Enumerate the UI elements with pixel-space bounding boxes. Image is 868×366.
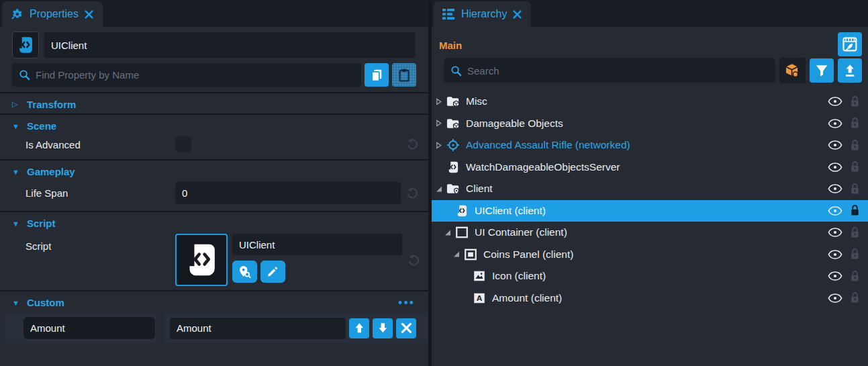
scene-preview-button[interactable] xyxy=(838,32,862,56)
collapse-arrow-icon[interactable] xyxy=(453,250,464,259)
object-name-field[interactable] xyxy=(44,32,415,58)
delete-custom-property-button[interactable] xyxy=(396,318,416,338)
reset-property-icon[interactable] xyxy=(405,187,419,200)
expand-arrow-icon[interactable] xyxy=(436,97,446,105)
scene-section-title: Scene xyxy=(27,120,56,132)
lock-icon[interactable] xyxy=(850,183,860,195)
tree-row[interactable]: Coins Panel (client) xyxy=(432,244,868,266)
close-icon[interactable] xyxy=(85,10,93,19)
lock-icon[interactable] xyxy=(850,291,860,304)
filter-button[interactable] xyxy=(810,58,834,83)
lock-icon[interactable] xyxy=(850,139,860,152)
move-up-button[interactable] xyxy=(349,318,369,338)
tree-node-label: UI Container (client) xyxy=(475,226,567,238)
lock-icon[interactable] xyxy=(850,117,860,130)
tree-node-label: Coins Panel (client) xyxy=(483,248,573,261)
property-search-input[interactable] xyxy=(12,63,361,87)
gameplay-section-header[interactable]: ▼ Gameplay xyxy=(0,161,428,181)
clapperboard-rocket-icon xyxy=(838,32,862,56)
visibility-eye-icon[interactable] xyxy=(828,118,842,129)
copy-icon xyxy=(365,63,389,87)
property-search-row xyxy=(12,63,416,87)
find-script-button[interactable] xyxy=(232,261,257,283)
scene-section-header[interactable]: ▼ Scene xyxy=(0,115,428,135)
tree-row[interactable]: Damageable Objects xyxy=(432,113,868,135)
upload-button[interactable] xyxy=(838,58,862,83)
container-icon xyxy=(455,226,469,239)
lock-icon[interactable] xyxy=(850,248,860,261)
transform-section-header[interactable]: ▷ Transform xyxy=(0,93,428,113)
custom-options-button[interactable]: ••• xyxy=(398,300,418,306)
tree-row[interactable]: WatchDamageableObjectsServer xyxy=(432,156,868,179)
paste-icon xyxy=(392,63,416,87)
visibility-eye-icon[interactable] xyxy=(828,96,842,107)
tab-hierarchy[interactable]: Hierarchy xyxy=(434,1,531,27)
tree-row[interactable]: Client xyxy=(432,178,868,200)
tree-row[interactable]: UI Container (client) xyxy=(432,222,868,244)
hierarchy-tree: MiscDamageable ObjectsAdvanced Assault R… xyxy=(432,91,868,309)
gameplay-section-title: Gameplay xyxy=(27,166,75,177)
custom-section-title: Custom xyxy=(27,297,64,308)
properties-tab-label: Properties xyxy=(30,8,79,20)
tree-node-label: Advanced Assault Rifle (networked) xyxy=(466,139,630,151)
collapse-arrow-icon[interactable] xyxy=(436,185,446,193)
reset-property-icon[interactable] xyxy=(405,138,419,151)
custom-property-value-field[interactable] xyxy=(170,318,346,339)
tree-node-label: Client xyxy=(466,183,493,195)
visibility-eye-icon[interactable] xyxy=(828,183,842,194)
tree-row[interactable]: Misc xyxy=(432,91,868,113)
templates-toggle-button[interactable] xyxy=(779,58,806,83)
lock-icon[interactable] xyxy=(850,270,860,283)
paste-properties-button[interactable] xyxy=(392,63,416,87)
expand-arrow-icon[interactable] xyxy=(436,120,446,128)
visibility-eye-icon[interactable] xyxy=(828,205,842,216)
collapse-arrow-icon[interactable] xyxy=(444,228,455,236)
lock-icon[interactable] xyxy=(850,226,860,239)
move-down-button[interactable] xyxy=(373,318,393,338)
folder-pin-icon xyxy=(446,182,460,195)
cube-icon xyxy=(779,58,806,83)
custom-section-header[interactable]: ▼ Custom ••• xyxy=(0,291,428,312)
is-advanced-checkbox[interactable] xyxy=(175,136,191,152)
filter-funnel-icon xyxy=(810,58,834,83)
collapse-arrow-icon: ▼ xyxy=(12,299,20,307)
tree-row[interactable]: Advanced Assault Rifle (networked) xyxy=(432,134,868,156)
visibility-eye-icon[interactable] xyxy=(828,162,842,173)
tree-row[interactable]: UIClient (client) xyxy=(432,200,868,222)
tree-node-label: Damageable Objects xyxy=(466,118,563,130)
tree-row[interactable]: Icon (client) xyxy=(432,265,868,287)
arrow-down-icon xyxy=(373,318,393,338)
text-icon: A xyxy=(473,291,486,305)
script-name-field[interactable] xyxy=(232,234,402,255)
tree-node-label: Misc xyxy=(466,95,487,107)
pencil-icon xyxy=(260,261,285,283)
visibility-eye-icon[interactable] xyxy=(828,227,842,238)
script-asset-slot[interactable] xyxy=(175,234,228,286)
lock-icon[interactable] xyxy=(850,204,860,217)
copy-properties-button[interactable] xyxy=(365,63,389,87)
visibility-eye-icon[interactable] xyxy=(828,140,842,150)
visibility-eye-icon[interactable] xyxy=(828,293,842,304)
hierarchy-header: Main xyxy=(432,27,868,56)
tab-properties[interactable]: Properties xyxy=(2,1,103,27)
custom-property-row xyxy=(5,313,428,343)
reset-property-icon[interactable] xyxy=(407,254,420,267)
edit-script-button[interactable] xyxy=(260,261,285,283)
visibility-eye-icon[interactable] xyxy=(828,249,842,260)
custom-property-name-field[interactable] xyxy=(23,317,155,339)
hierarchy-search-input[interactable] xyxy=(444,58,775,83)
tree-node-label: UIClient (client) xyxy=(475,205,546,217)
life-span-input[interactable] xyxy=(175,182,401,204)
arrow-up-icon xyxy=(349,318,369,338)
svg-text:A: A xyxy=(477,294,483,302)
lock-icon[interactable] xyxy=(850,161,860,173)
tree-row[interactable]: AAmount (client) xyxy=(432,287,868,310)
visibility-eye-icon[interactable] xyxy=(828,271,842,281)
script-section-header[interactable]: ▼ Script xyxy=(0,212,428,232)
lock-icon[interactable] xyxy=(850,95,860,108)
section-custom: ▼ Custom ••• xyxy=(0,290,428,366)
hierarchy-list-icon xyxy=(442,7,455,21)
expand-arrow-icon[interactable] xyxy=(436,141,446,149)
locate-search-icon xyxy=(232,261,257,283)
close-icon[interactable] xyxy=(513,10,522,19)
